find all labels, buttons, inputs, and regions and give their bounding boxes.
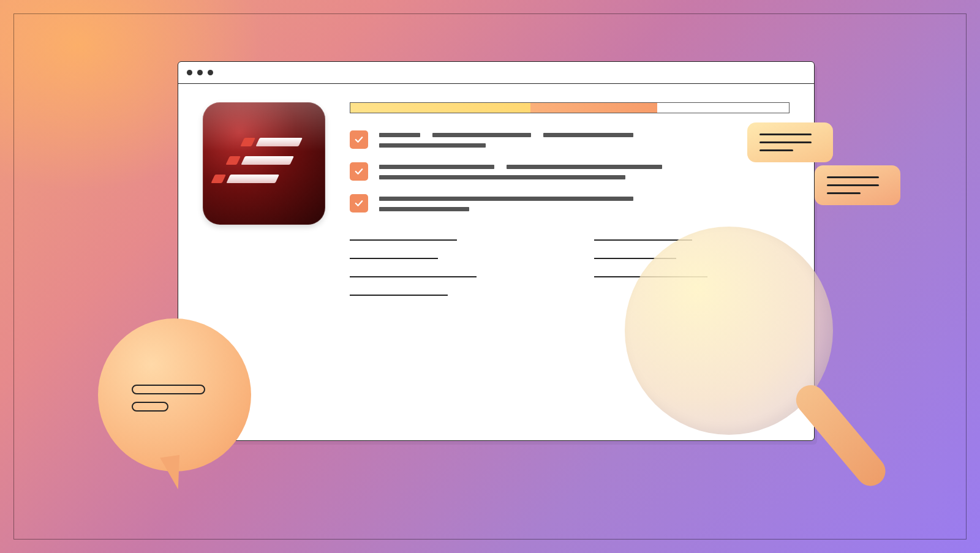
detail-line — [350, 258, 438, 259]
checkmark-icon — [353, 198, 364, 209]
minimize-icon[interactable] — [197, 70, 203, 75]
text-placeholder-bar — [379, 197, 633, 201]
comment-line — [827, 176, 879, 178]
detail-line — [350, 276, 477, 277]
svg-rect-0 — [240, 138, 255, 146]
checkmark-icon — [353, 166, 364, 177]
checklist-item — [350, 162, 790, 181]
text-placeholder-bar — [379, 175, 625, 179]
speech-line-icon — [132, 402, 168, 412]
text-placeholder-bar — [543, 133, 633, 137]
app-logo-icon — [203, 102, 325, 225]
text-placeholder-bar — [379, 133, 420, 137]
magnifier-handle-icon — [790, 379, 891, 492]
svg-rect-3 — [241, 156, 294, 165]
checkmark-icon — [353, 134, 364, 145]
text-placeholder-bar — [379, 143, 486, 148]
text-placeholder-bar — [379, 207, 469, 211]
detail-column — [350, 239, 545, 296]
svg-rect-2 — [225, 156, 241, 165]
comment-line — [827, 192, 861, 194]
comment-line — [760, 149, 793, 151]
checkbox[interactable] — [350, 194, 368, 213]
text-placeholder-bar — [432, 133, 531, 137]
magnifier-decoration — [625, 227, 882, 508]
text-placeholder-bar — [507, 165, 663, 169]
svg-rect-1 — [255, 138, 303, 146]
checklist-item — [350, 194, 790, 213]
window-titlebar — [178, 62, 814, 84]
zoom-icon[interactable] — [208, 70, 213, 75]
comment-line — [827, 184, 879, 186]
speech-line-icon — [132, 385, 205, 394]
checkbox[interactable] — [350, 130, 368, 149]
progress-bar — [350, 102, 790, 113]
progress-segment — [657, 103, 789, 113]
comment-card — [815, 165, 900, 205]
checklist — [350, 130, 790, 213]
svg-rect-5 — [226, 175, 279, 183]
progress-segment — [530, 103, 658, 113]
svg-rect-4 — [211, 175, 226, 183]
checkbox[interactable] — [350, 162, 368, 181]
comment-line — [760, 134, 812, 135]
checklist-item — [350, 130, 790, 149]
detail-line — [350, 239, 457, 241]
comment-card — [747, 122, 833, 162]
speech-bubble-decoration — [98, 318, 251, 472]
detail-line — [350, 295, 448, 296]
app-icon — [203, 102, 325, 225]
close-icon[interactable] — [187, 70, 192, 75]
text-placeholder-bar — [379, 165, 494, 169]
progress-segment — [350, 103, 530, 113]
comment-line — [760, 141, 812, 143]
